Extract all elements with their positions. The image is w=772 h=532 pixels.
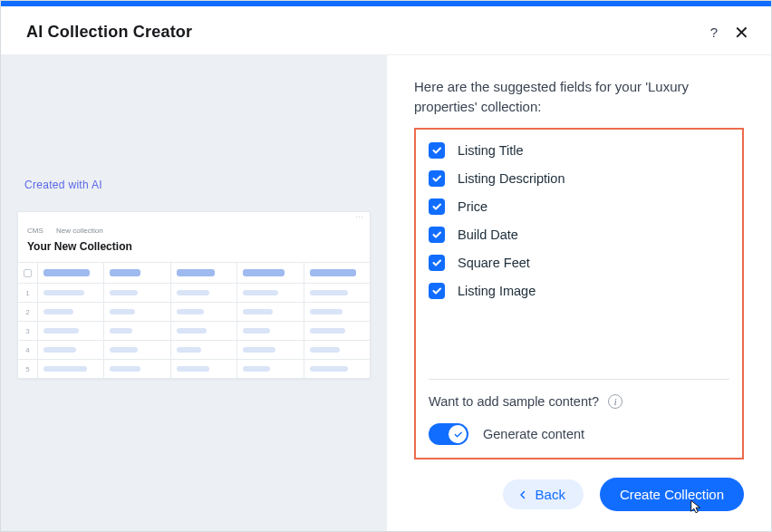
check-icon <box>431 285 442 296</box>
modal-header: AI Collection Creator ? ✕ <box>1 6 771 55</box>
field-item: Build Date <box>429 227 729 243</box>
field-label: Listing Image <box>458 284 536 298</box>
table-row-num: 4 <box>18 341 38 359</box>
field-item: Square Feet <box>429 255 729 271</box>
field-label: Listing Description <box>458 171 565 186</box>
field-item: Price <box>429 198 729 215</box>
config-panel: Here are the suggested fields for your '… <box>387 55 771 531</box>
field-item: Listing Description <box>429 170 729 187</box>
field-item: Listing Title <box>429 142 729 159</box>
close-icon[interactable]: ✕ <box>734 24 749 42</box>
field-checkbox[interactable] <box>429 227 445 243</box>
check-icon <box>453 430 463 440</box>
cursor-icon <box>688 498 704 518</box>
preview-select-all-icon <box>24 269 32 277</box>
field-checkbox[interactable] <box>429 170 445 187</box>
field-checkbox[interactable] <box>429 142 445 159</box>
field-label: Listing Title <box>458 143 524 158</box>
breadcrumb-root: CMS <box>27 227 43 235</box>
footer-actions: Back Create Collection <box>414 478 744 511</box>
field-checkbox[interactable] <box>429 283 445 299</box>
divider <box>429 379 729 380</box>
create-button-label: Create Collection <box>620 487 724 502</box>
preview-panel: Created with AI ⋯ CMS New collection You… <box>1 55 387 531</box>
table-row-num: 2 <box>18 303 38 321</box>
window-dots-icon: ⋯ <box>355 213 364 222</box>
field-checkbox[interactable] <box>429 255 445 271</box>
generate-content-toggle[interactable] <box>429 423 468 445</box>
table-row-num: 1 <box>18 284 38 302</box>
help-icon[interactable]: ? <box>710 24 718 40</box>
modal-title: AI Collection Creator <box>26 23 192 42</box>
sample-content-row: Want to add sample content? i <box>429 394 729 409</box>
preview-breadcrumb: CMS New collection <box>18 223 370 240</box>
table-row-num: 3 <box>18 322 38 340</box>
field-label: Price <box>458 199 487 214</box>
info-icon[interactable]: i <box>608 394 622 409</box>
field-checkbox[interactable] <box>429 198 445 215</box>
check-icon <box>431 201 442 212</box>
field-label: Square Feet <box>458 256 530 270</box>
preview-collection-title: Your New Collection <box>18 240 370 262</box>
generate-content-label: Generate content <box>483 427 584 441</box>
field-label: Build Date <box>458 227 518 242</box>
back-button[interactable]: Back <box>503 479 584 509</box>
ai-badge: Created with AI <box>24 179 371 191</box>
suggested-fields-list: Listing Title Listing Description Price <box>429 142 729 299</box>
breadcrumb-current: New collection <box>56 227 103 235</box>
collection-preview-card: ⋯ CMS New collection Your New Collection <box>17 211 371 379</box>
chevron-left-icon <box>517 489 528 500</box>
highlight-region: Listing Title Listing Description Price <box>414 128 744 460</box>
back-button-label: Back <box>536 487 565 502</box>
toggle-knob <box>449 425 467 443</box>
preview-table: 1 2 <box>18 262 370 378</box>
create-collection-button[interactable]: Create Collection <box>600 478 744 511</box>
check-icon <box>431 257 442 268</box>
intro-text: Here are the suggested fields for your '… <box>414 77 744 117</box>
check-icon <box>431 145 442 156</box>
check-icon <box>431 229 442 240</box>
generate-content-row: Generate content <box>429 423 729 445</box>
sample-content-label: Want to add sample content? <box>429 394 599 409</box>
table-row-num: 5 <box>18 360 38 378</box>
field-item: Listing Image <box>429 283 729 299</box>
check-icon <box>431 173 442 184</box>
